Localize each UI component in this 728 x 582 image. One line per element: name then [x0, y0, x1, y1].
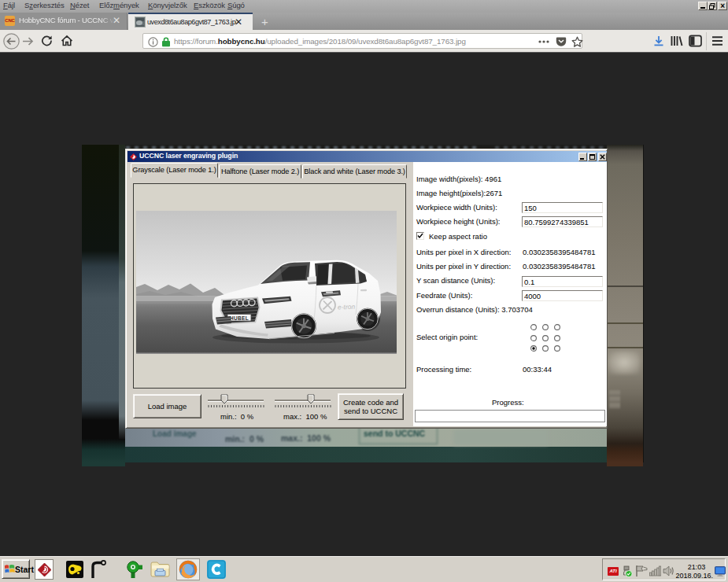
svg-text:HUBEL: HUBEL — [230, 315, 249, 321]
svg-text:e-tron: e-tron — [338, 303, 356, 311]
